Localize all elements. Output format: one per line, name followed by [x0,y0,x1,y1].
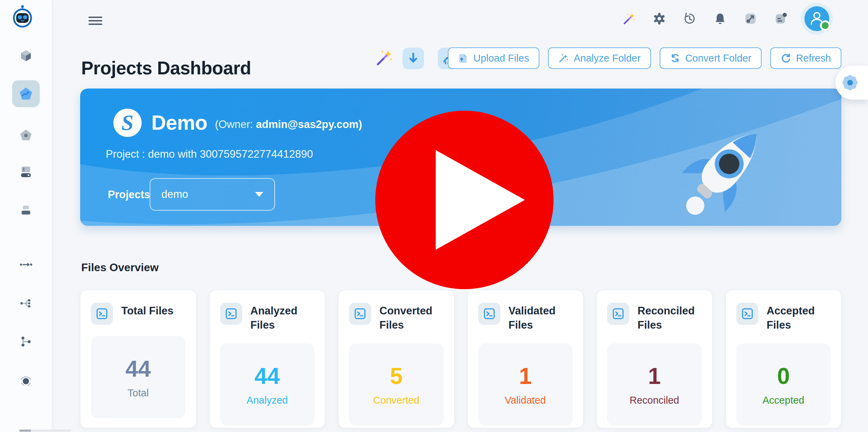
project-owner: (Owner: admin@sas2py.com) [215,115,362,131]
robot-logo-icon [11,5,34,28]
card-value: 5 [390,363,403,389]
card-sublabel: Converted [373,395,419,406]
stat-card-total: Total Files 44 Total [80,290,196,428]
card-sublabel: Reconciled [630,395,679,406]
stacked-bars-icon [19,203,33,217]
flower-gear-icon [842,74,858,91]
banner-brand-row: S Demo (Owner: admin@sas2py.com) [113,109,362,137]
git-branch-icon [19,335,33,349]
terminal-icon [607,303,629,325]
expand-icon[interactable] [744,12,757,26]
projects-label: Projects [108,189,150,201]
analyze-wand-icon [558,53,569,63]
card-value-panel: 1 Reconciled [607,343,702,426]
card-value: 44 [255,363,280,389]
settings-gear-icon[interactable] [652,12,666,26]
terminal-icon [349,303,371,325]
sidebar-item-server[interactable] [18,164,34,180]
card-title: Reconciled Files [638,304,702,332]
menu-hamburger-button[interactable] [88,15,102,27]
stat-card-converted: Converted Files 5 Converted [338,290,454,428]
sas2py-logo-badge: S [113,109,142,137]
horizontal-scrollbar[interactable] [19,430,71,432]
scrollbar-thumb[interactable] [19,430,31,432]
server-icon [19,165,33,179]
card-sublabel: Validated [505,395,546,406]
app-root: Projects Dashboard Uploa [0,0,868,432]
stat-card-validated: Validated Files 1 Validated [468,290,584,428]
card-title: Converted Files [379,304,444,332]
analyze-folder-label: Analyze Folder [574,53,640,64]
owner-prefix: (Owner: [215,118,253,130]
user-avatar[interactable] [804,6,829,31]
card-value: 1 [519,363,532,389]
chevron-down-icon [255,192,263,197]
rocket-illustration [671,113,782,221]
project-select-dropdown[interactable]: demo [150,178,275,211]
sidebar-item-dashboard-active[interactable] [12,80,40,107]
stat-card-analyzed: Analyzed Files 44 Analyzed [209,290,326,428]
download-button[interactable] [403,48,424,69]
play-triangle-icon [436,150,525,250]
terminal-icon [736,303,758,325]
analyze-folder-button[interactable]: Analyze Folder [548,47,651,69]
sidebar-item-mapping[interactable] [18,296,34,311]
pentagon-icon [19,128,33,141]
video-play-button[interactable] [375,111,554,289]
tree-branches-icon [19,296,33,310]
cube-icon [19,48,33,62]
card-value-panel: 44 Analyzed [220,343,315,426]
history-icon[interactable] [683,12,697,26]
card-value-panel: 44 Total [91,336,186,418]
project-id-line: Project : demo with 3007595722774412890 [106,148,313,160]
down-arrow-icon [406,51,421,66]
card-value: 1 [648,363,661,389]
title-magic-wand-icon[interactable] [375,48,393,67]
theme-settings-pill-button[interactable] [836,66,868,100]
card-title: Accepted Files [767,304,831,332]
card-title: Total Files [121,304,173,318]
dots-arrow-icon [19,258,33,272]
project-name: Demo [151,111,207,135]
sidebar-item-target[interactable] [18,374,34,389]
topbar-actions [622,6,829,31]
logo-letter: S [122,111,134,135]
release-notes-icon[interactable] [774,12,788,26]
sync-icon [670,53,680,63]
notifications-bell-icon[interactable] [713,12,727,26]
card-value: 44 [125,356,151,382]
radar-target-icon [19,374,33,388]
convert-folder-label: Convert Folder [685,53,752,64]
stat-card-accepted: Accepted Files 0 Accepted [726,290,842,428]
page-title: Projects Dashboard [81,57,251,79]
owner-email: admin@sas2py.com) [256,118,362,130]
terminal-icon [91,303,113,325]
sidebar [0,0,52,432]
sidebar-item-branch[interactable] [18,334,34,349]
dashboard-trend-icon [18,86,34,101]
sidebar-item-modules[interactable] [18,48,34,63]
card-value-panel: 0 Accepted [736,343,831,426]
terminal-icon [220,303,242,325]
convert-folder-button[interactable]: Convert Folder [660,47,762,69]
upload-files-button[interactable]: Upload Files [448,47,539,69]
refresh-icon [781,53,791,63]
stat-card-reconciled: Reconciled Files 1 Reconciled [596,290,713,428]
card-sublabel: Accepted [763,395,804,406]
files-overview-cards: Total Files 44 Total Analyzed Files [80,290,841,428]
refresh-button[interactable]: Refresh [770,47,841,69]
card-sublabel: Analyzed [247,395,288,406]
card-value-panel: 5 Converted [349,343,444,426]
magic-wand-icon[interactable] [622,12,636,26]
robot-logo[interactable] [11,5,34,28]
card-sublabel: Total [128,387,149,399]
upload-files-label: Upload Files [473,53,529,64]
sidebar-item-home[interactable] [18,127,34,143]
terminal-icon [478,303,500,325]
upload-file-icon [458,53,469,63]
header-action-buttons: Upload Files Analyze Folder Convert Fold… [448,47,841,69]
card-title: Validated Files [509,304,573,332]
sidebar-item-layers[interactable] [18,202,34,218]
sidebar-item-flow[interactable] [18,257,34,272]
files-overview-heading: Files Overview [81,261,159,274]
